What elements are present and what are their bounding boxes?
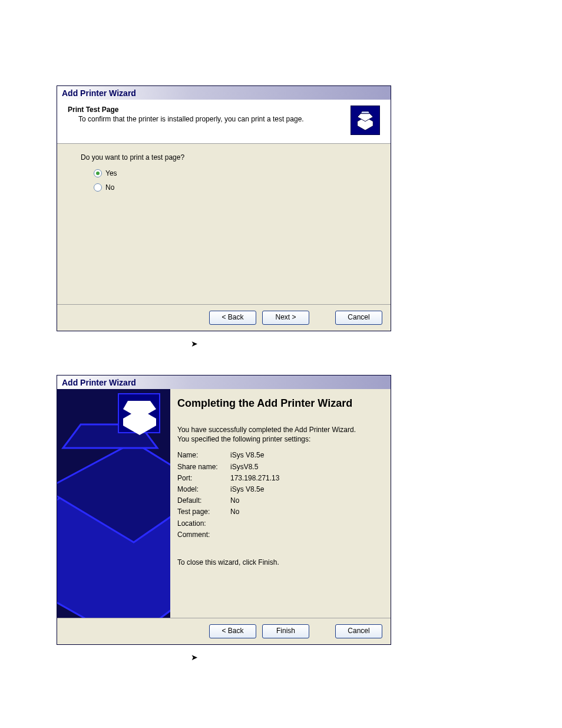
body-pane: Do you want to print a test page? Yes No [57, 144, 391, 304]
label-test: Test page: [177, 506, 230, 518]
setting-default: Default: No [177, 495, 382, 506]
titlebar[interactable]: Add Printer Wizard [57, 375, 391, 389]
value-test: No [230, 506, 239, 518]
step-heading: Print Test Page [68, 106, 304, 114]
value-share: iSysV8.5 [230, 462, 258, 473]
header-pane: Print Test Page To confirm that the prin… [57, 100, 391, 144]
setting-location: Location: [177, 518, 382, 529]
value-default: No [230, 495, 239, 506]
label-port: Port: [177, 473, 230, 484]
radio-yes-label: Yes [105, 169, 117, 177]
arrow-icon: ➤ [191, 340, 562, 348]
step-subheading: To confirm that the printer is installed… [78, 115, 304, 123]
label-default: Default: [177, 495, 230, 506]
radio-no-label: No [105, 183, 114, 192]
titlebar[interactable]: Add Printer Wizard [57, 86, 391, 100]
label-share: Share name: [177, 462, 230, 473]
dialog-title: Add Printer Wizard [62, 88, 136, 98]
completion-intro-2: You specified the following printer sett… [177, 434, 382, 444]
finish-button[interactable]: Finish [262, 624, 309, 638]
button-row: < Back Next > Cancel [57, 304, 391, 331]
dialog-title: Add Printer Wizard [62, 378, 136, 387]
button-row: < Back Finish Cancel [57, 618, 391, 644]
next-button[interactable]: Next > [262, 311, 309, 325]
back-button[interactable]: < Back [209, 311, 256, 325]
label-comment: Comment: [177, 529, 230, 541]
label-name: Name: [177, 450, 230, 461]
wizard-side-image [57, 389, 170, 618]
cancel-button[interactable]: Cancel [335, 624, 382, 638]
value-name: iSys V8.5e [230, 450, 264, 461]
setting-comment: Comment: [177, 529, 382, 541]
completion-intro-1: You have successfully completed the Add … [177, 425, 382, 434]
radio-no-row[interactable]: No [94, 180, 367, 195]
close-text: To close this wizard, click Finish. [177, 558, 382, 566]
completion-dialog: Add Printer Wizard Completing the Add Pr… [57, 375, 391, 645]
setting-port: Port: 173.198.271.13 [177, 473, 382, 484]
radio-yes[interactable] [94, 169, 102, 177]
value-port: 173.198.271.13 [230, 473, 279, 484]
label-location: Location: [177, 518, 230, 529]
cancel-button[interactable]: Cancel [335, 311, 382, 325]
printer-icon [351, 106, 380, 135]
radio-yes-row[interactable]: Yes [94, 166, 367, 180]
radio-no[interactable] [94, 183, 102, 192]
setting-model: Model: iSys V8.5e [177, 484, 382, 495]
print-test-page-dialog: Add Printer Wizard Print Test Page To co… [57, 85, 391, 331]
setting-share: Share name: iSysV8.5 [177, 462, 382, 473]
completion-heading: Completing the Add Printer Wizard [177, 397, 382, 410]
setting-name: Name: iSys V8.5e [177, 450, 382, 461]
value-model: iSys V8.5e [230, 484, 264, 495]
question-text: Do you want to print a test page? [81, 153, 367, 162]
arrow-icon: ➤ [191, 653, 562, 661]
label-model: Model: [177, 484, 230, 495]
completion-content: Completing the Add Printer Wizard You ha… [170, 389, 391, 618]
setting-test: Test page: No [177, 506, 382, 518]
svg-marker-3 [361, 111, 369, 114]
back-button[interactable]: < Back [209, 624, 256, 638]
